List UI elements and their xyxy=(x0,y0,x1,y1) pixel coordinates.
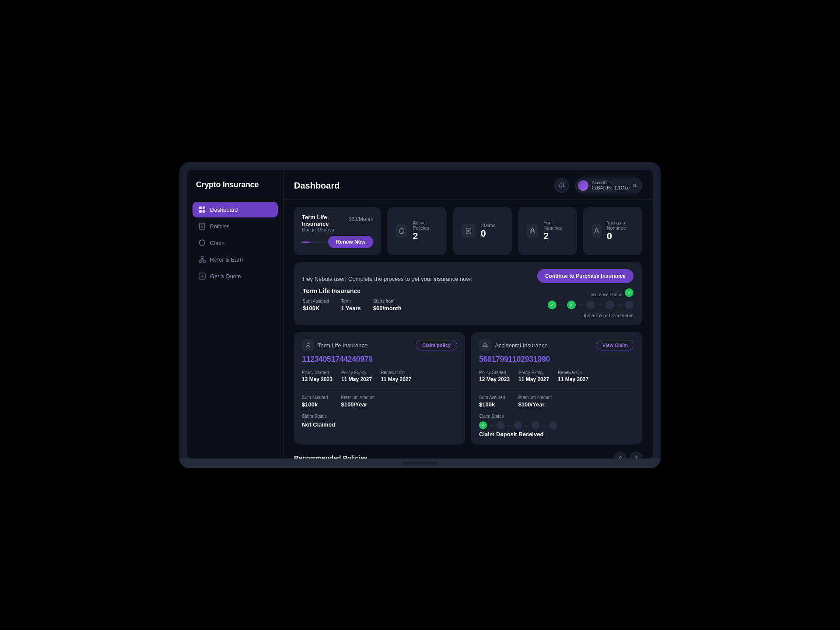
stats-row: Term Life Insurance Due in 19 days $23/M… xyxy=(284,200,653,262)
continue-btn[interactable]: Continue to Purchase Insurance xyxy=(537,269,634,283)
account-avatar xyxy=(578,180,588,191)
renewal-due: Due in 19 days xyxy=(302,227,349,232)
banner-right: Continue to Purchase Insurance Insurance… xyxy=(537,269,634,318)
dot-line-4 xyxy=(617,304,622,305)
active-policies-icon xyxy=(396,224,407,238)
active-policies-body: Active Policies 2 xyxy=(413,220,438,242)
insurance-status-section: Insurance Status ✓ ✓ ✓ xyxy=(548,288,634,318)
main-content: Dashboard Account 1 0xB4ed5...E1C1e xyxy=(284,170,653,458)
renewal-price: $23/Month xyxy=(349,214,374,223)
policy-amounts-acc: Sum Assured $100k Premium Amount $100/Ye… xyxy=(479,395,634,408)
policy-type-name-term: Term Life Insurance xyxy=(318,342,368,349)
you-as-nominee-value: 0 xyxy=(607,231,634,242)
progress-fill xyxy=(302,242,310,243)
claim-status-section-term: Claim Status Not Claimed xyxy=(302,414,457,428)
stat-card-your-nominee: Your Nominee 2 xyxy=(518,207,577,255)
sum-assured-acc: Sum Assured $100k xyxy=(479,395,505,408)
status-dot-4 xyxy=(586,301,595,309)
status-dots: ✓ ✓ xyxy=(548,301,634,309)
stat-card-you-as-nominee: You as a Nominee 0 xyxy=(583,207,642,255)
claims-value: 0 xyxy=(481,228,496,239)
account-label: Account 1 xyxy=(592,181,630,185)
account-badge[interactable]: Account 1 0xB4ed5...E1C1e ⧉ xyxy=(575,178,642,193)
stat-card-active-policies: Active Policies 2 xyxy=(387,207,446,255)
next-arrow-button[interactable] xyxy=(630,452,642,458)
claim-policy-button[interactable]: Claim policy xyxy=(416,340,457,350)
policy-type-info-acc: Accidental Insurance xyxy=(479,339,548,351)
sidebar-label-claim: Claim xyxy=(210,240,224,246)
policies-icon xyxy=(199,223,206,230)
premium-label-term: Premium Amount xyxy=(341,395,374,400)
page-header: Dashboard Account 1 0xB4ed5...E1C1e xyxy=(284,170,653,200)
status-dot-5 xyxy=(606,301,614,309)
sum-value-term: $100k xyxy=(302,401,328,408)
date-value-expiry-term: 11 May 2027 xyxy=(341,376,372,382)
svg-point-22 xyxy=(307,343,309,346)
sidebar-item-policies[interactable]: Policies xyxy=(192,218,278,234)
claims-label: Claims xyxy=(481,223,496,228)
status-dot-2: ✓ xyxy=(548,301,556,309)
banner-text: Hey Nebula user! Complete the process to… xyxy=(303,276,472,282)
sidebar-item-dashboard[interactable]: Dashboard xyxy=(192,202,278,217)
date-value-started-term: 12 May 2023 xyxy=(302,376,332,382)
account-info: Account 1 0xB4ed5...E1C1e xyxy=(592,181,630,190)
banner-detail-term: Term 1 Years xyxy=(341,299,360,312)
divider-acc xyxy=(479,388,634,389)
date-value-renewal-acc: 11 May 2027 xyxy=(558,376,588,382)
policy-type-name-acc: Accidental Insurance xyxy=(495,342,548,349)
renewal-title: Term Life Insurance xyxy=(302,214,349,227)
claim-status-label-term: Claim Status xyxy=(302,414,457,419)
renewal-price-wrap: $23/Month xyxy=(349,214,374,223)
banner-detail-sum: Sum Assured $100K xyxy=(303,299,329,312)
quote-icon xyxy=(199,273,206,280)
banner-left: Hey Nebula user! Complete the process to… xyxy=(303,276,472,312)
date-label-started-acc: Policy Started xyxy=(479,370,510,375)
prev-arrow-button[interactable] xyxy=(614,452,626,458)
claim-dots-acc: ✓ xyxy=(479,421,634,429)
sidebar-nav: Dashboard Policies Claim xyxy=(187,202,283,284)
detail-label-starts: Starts from xyxy=(373,299,402,304)
date-label-started-term: Policy Started xyxy=(302,370,332,375)
renewal-period: /Month xyxy=(357,216,374,222)
svg-rect-3 xyxy=(203,210,205,213)
policy-id-acc: 56817991102931990 xyxy=(479,355,634,364)
laptop-notch xyxy=(402,462,438,465)
cdot-line-2 xyxy=(507,425,511,426)
sidebar-item-get-quote[interactable]: Get a Quote xyxy=(192,268,278,284)
dot-line-1 xyxy=(559,304,564,305)
renewal-bottom: Renew Now xyxy=(302,236,373,248)
laptop-frame: Crypto Insurance Dashboard xyxy=(179,162,661,468)
svg-point-24 xyxy=(485,346,486,347)
premium-value-term: $100/Year xyxy=(341,401,374,408)
status-dot-6 xyxy=(625,301,634,309)
banner-details: Sum Assured $100K Term 1 Years Starts fr… xyxy=(303,299,472,312)
sum-label-acc: Sum Assured xyxy=(479,395,505,400)
sidebar-item-refer-earn[interactable]: Refer & Earn xyxy=(192,252,278,267)
claim-status-section-acc: Claim Status ✓ Claim Deposit xyxy=(479,414,634,438)
status-dot-3: ✓ xyxy=(567,301,576,309)
sum-value-acc: $100k xyxy=(479,401,505,408)
policies-grid: Term Life Insurance Claim policy 1123405… xyxy=(284,332,653,452)
svg-rect-2 xyxy=(199,210,202,213)
notification-button[interactable] xyxy=(554,178,569,193)
renewal-info: Term Life Insurance Due in 19 days xyxy=(302,214,349,232)
svg-point-16 xyxy=(561,187,562,188)
date-expiry-acc: Policy Expiry 11 May 2027 xyxy=(518,370,549,382)
policy-type-info-term: Term Life Insurance xyxy=(302,339,368,351)
status-label: Insurance Status xyxy=(589,292,622,297)
view-claim-button[interactable]: View Claim xyxy=(596,340,634,350)
you-as-nominee-icon xyxy=(592,224,602,238)
your-nominee-body: Your Nominee 2 xyxy=(543,220,568,242)
premium-term: Premium Amount $100/Year xyxy=(341,395,374,408)
renew-button[interactable]: Renew Now xyxy=(328,236,373,248)
sidebar: Crypto Insurance Dashboard xyxy=(187,170,284,458)
cdot-line-4 xyxy=(542,425,546,426)
svg-point-20 xyxy=(531,229,533,231)
stat-card-claims: Claims 0 xyxy=(453,207,512,255)
svg-point-21 xyxy=(595,229,598,231)
claim-dot-1: ✓ xyxy=(479,421,487,429)
sidebar-item-claim[interactable]: Claim xyxy=(192,235,278,251)
policy-card-header-acc: Accidental Insurance View Claim xyxy=(479,339,634,351)
sidebar-label-refer-earn: Refer & Earn xyxy=(210,256,243,263)
copy-icon[interactable]: ⧉ xyxy=(633,183,637,189)
